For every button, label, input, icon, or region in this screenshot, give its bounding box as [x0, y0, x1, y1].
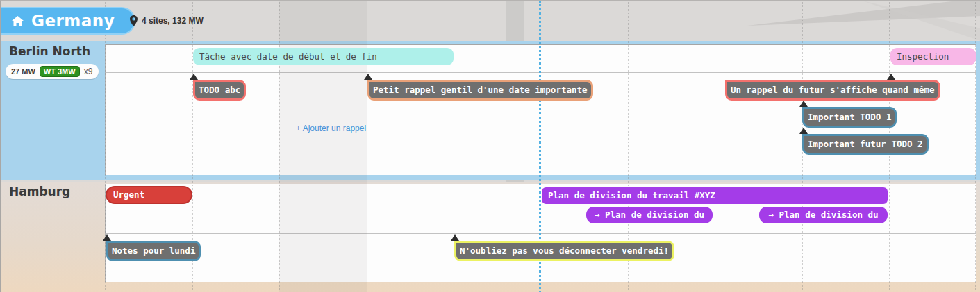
- date-marker-icon: [451, 234, 459, 241]
- reminder-futur[interactable]: Un rappel du futur s'affiche quand même: [725, 80, 940, 101]
- turbine-count-label: x9: [84, 67, 93, 76]
- reminder-deconnecter[interactable]: N'oubliez pas vous déconnecter vendredi!: [454, 241, 674, 261]
- task-bar-start-end[interactable]: Tâche avec date de début et de fin: [193, 48, 454, 65]
- reminder-important-todo-2[interactable]: Important futur TODO 2: [802, 134, 929, 155]
- date-marker-icon: [799, 128, 808, 134]
- row-separator: [106, 233, 976, 234]
- reminder-notes-lundi[interactable]: Notes pour lundi: [106, 241, 201, 261]
- portfolio-summary: 4 sites, 132 MW: [130, 15, 204, 26]
- site-name-berlin-north[interactable]: Berlin North: [9, 44, 90, 58]
- location-pin-icon: [130, 15, 138, 26]
- reminder-important-todo-1[interactable]: Important TODO 1: [802, 107, 897, 128]
- site-timeline-page: Germany 4 sites, 132 MW Berlin North 27 …: [0, 0, 980, 292]
- task-bar-plan-division[interactable]: Plan de division du travail #XYZ: [542, 187, 888, 204]
- task-bar-plan-division-sub-2[interactable]: → Plan de division du: [759, 207, 888, 223]
- capacity-label: 27 MW: [11, 67, 35, 76]
- date-marker-icon: [190, 74, 198, 80]
- reminder-todo-abc[interactable]: TODO abc: [193, 80, 246, 101]
- portfolio-title-pill[interactable]: Germany: [1, 7, 135, 35]
- turbine-type-badge: WT 3MW: [40, 66, 80, 77]
- portfolio-title: Germany: [31, 12, 115, 30]
- date-marker-icon: [799, 101, 808, 107]
- date-marker-icon: [887, 74, 895, 80]
- home-icon: [12, 16, 24, 26]
- date-marker-icon: [103, 234, 111, 241]
- reminder-petit-rappel[interactable]: Petit rappel gentil d'une date important…: [367, 80, 593, 101]
- date-marker-icon: [364, 74, 372, 80]
- add-reminder-link[interactable]: + Ajouter un rappel: [296, 123, 366, 133]
- task-bar-inspection[interactable]: Inspection: [890, 48, 976, 65]
- site-capacity-badge-group: 27 MW WT 3MW x9: [6, 64, 99, 79]
- site-name-hamburg[interactable]: Hamburg: [9, 184, 70, 198]
- row-separator: [106, 72, 976, 73]
- sites-capacity-label: 4 sites, 132 MW: [142, 16, 204, 26]
- task-bar-plan-division-sub-1[interactable]: → Plan de division du: [586, 207, 713, 223]
- task-bar-urgent[interactable]: Urgent: [106, 186, 192, 204]
